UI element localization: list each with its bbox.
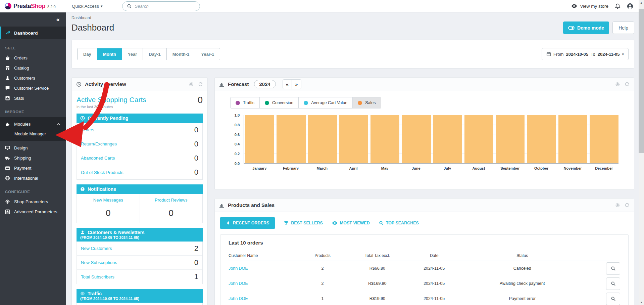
- chevron-up-icon[interactable]: [57, 122, 66, 126]
- product-reviews-value: 0: [140, 208, 203, 218]
- scrollbar[interactable]: ▲ ▼: [639, 0, 644, 305]
- sidebar-item-orders[interactable]: Orders: [0, 53, 66, 63]
- quick-access-dropdown[interactable]: Quick Access ▾: [72, 4, 103, 9]
- sidebar-item-catalog[interactable]: Catalog: [0, 63, 66, 73]
- range-day-button[interactable]: Day: [78, 48, 97, 60]
- sidebar-item-advanced-parameters[interactable]: Advanced Parameters: [0, 207, 66, 217]
- ink-drop-icon: [226, 221, 231, 225]
- legend-average-cart-value-button[interactable]: Average Cart Value: [299, 97, 353, 108]
- sidebar-item-payment[interactable]: Payment: [0, 163, 66, 173]
- sidebar-item-dashboard[interactable]: Dashboard: [0, 27, 66, 39]
- legend-traffic-button[interactable]: Traffic: [231, 97, 260, 108]
- new-subscriptions-link[interactable]: New Subscriptions: [81, 260, 117, 265]
- last-orders-box: Last 10 orders Customer Name Products To…: [220, 234, 629, 305]
- order-customer-link[interactable]: John DOE: [229, 281, 295, 286]
- truck-icon: [5, 156, 10, 161]
- search-bar[interactable]: [122, 1, 200, 11]
- refresh-icon[interactable]: [198, 82, 203, 87]
- sidebar-collapse-button[interactable]: «: [0, 12, 66, 27]
- forecast-bar: [245, 115, 274, 163]
- scrollbar-thumb[interactable]: [639, 9, 644, 153]
- sidebar-item-customer-service[interactable]: Customer Service: [0, 83, 66, 93]
- forecast-year-badge: 2024: [254, 80, 276, 88]
- tab-most-viewed[interactable]: MOST VIEWED: [332, 221, 370, 225]
- out-of-stock-value: 0: [194, 168, 198, 177]
- x-axis-label: July: [433, 166, 462, 170]
- orders-table: Customer Name Products Total Tax excl. D…: [229, 250, 620, 305]
- date-range-picker[interactable]: From 2024-10-05 To 2024-11-05 ▾: [542, 48, 629, 60]
- forecast-bar: [370, 115, 399, 163]
- sidebar-item-modules[interactable]: Modules: [0, 119, 66, 129]
- list-item: Total Subscribers 1: [77, 270, 202, 284]
- x-axis-label: June: [402, 166, 431, 170]
- sidebar-item-customers[interactable]: Customers: [0, 73, 66, 83]
- return-exchanges-link[interactable]: Return/Exchanges: [81, 141, 117, 146]
- out-of-stock-link[interactable]: Out of Stock Products: [81, 170, 123, 175]
- help-button[interactable]: Help: [612, 21, 634, 34]
- order-customer-link[interactable]: John DOE: [229, 296, 295, 301]
- sidebar-item-module-manager[interactable]: Module Manager: [0, 129, 66, 139]
- range-month-button[interactable]: Month: [97, 48, 122, 60]
- legend-conversion-button[interactable]: Conversion: [260, 97, 299, 108]
- scroll-up-arrow[interactable]: ▲: [639, 0, 644, 5]
- notifications-bell-icon[interactable]: [615, 3, 621, 9]
- prestashop-logo[interactable]: PrestaShop 8.2.0: [0, 3, 66, 10]
- view-my-store-label: View my store: [580, 4, 608, 9]
- order-products: 1: [295, 296, 350, 301]
- forecast-prev-button[interactable]: «: [283, 80, 292, 89]
- traffic-title: Traffic: [88, 291, 102, 296]
- range-year-button[interactable]: Year: [122, 48, 143, 60]
- view-order-button[interactable]: [606, 293, 620, 305]
- new-messages-link[interactable]: New Messages: [77, 198, 140, 203]
- range-year-1-button[interactable]: Year-1: [195, 48, 220, 60]
- currently-pending-banner: Currently Pending: [77, 114, 203, 123]
- tab-recent-orders[interactable]: RECENT ORDERS: [220, 217, 275, 229]
- refresh-icon[interactable]: [625, 82, 630, 87]
- pending-orders-link[interactable]: Orders: [81, 127, 94, 132]
- settings-gear-icon[interactable]: [189, 82, 194, 87]
- notifications-box: New Messages 0 Product Reviews 0: [77, 194, 203, 223]
- settings-gear-icon[interactable]: [615, 203, 620, 208]
- view-my-store-link[interactable]: View my store: [571, 4, 608, 9]
- settings-gear-icon[interactable]: [615, 82, 620, 87]
- range-month-1-button[interactable]: Month-1: [167, 48, 196, 60]
- forecast-nav: « »: [283, 79, 301, 89]
- tab-label: RECENT ORDERS: [233, 221, 269, 225]
- sidebar-item-shipping[interactable]: Shipping: [0, 153, 66, 163]
- new-subscriptions-value: 0: [194, 258, 198, 267]
- order-status: Awaiting check payment: [463, 281, 581, 286]
- sidebar-item-shop-parameters[interactable]: Shop Parameters: [0, 197, 66, 207]
- x-axis-label: October: [527, 166, 556, 170]
- globe-icon: [5, 176, 10, 181]
- sidebar-item-design[interactable]: Design: [0, 143, 66, 153]
- x-axis-label: August: [464, 166, 493, 170]
- search-input[interactable]: [135, 4, 195, 9]
- refresh-icon[interactable]: [625, 203, 630, 208]
- range-day-1-button[interactable]: Day-1: [143, 48, 166, 60]
- tab-best-sellers[interactable]: BEST SELLERS: [284, 221, 323, 225]
- sidebar-item-stats[interactable]: Stats: [0, 93, 66, 103]
- order-total: R$169.90: [350, 281, 405, 286]
- scroll-down-arrow[interactable]: ▼: [639, 300, 644, 305]
- abandoned-carts-link[interactable]: Abandoned Carts: [81, 156, 115, 161]
- new-customers-link[interactable]: New Customers: [81, 246, 112, 251]
- demo-mode-button[interactable]: Demo mode: [563, 21, 609, 34]
- pending-list: Orders 0 Return/Exchanges 0 Abandoned Ca…: [77, 123, 203, 180]
- view-order-button[interactable]: [606, 277, 620, 290]
- list-item: Return/Exchanges 0: [77, 137, 202, 151]
- order-customer-link[interactable]: John DOE: [229, 266, 295, 271]
- total-subscribers-link[interactable]: Total Subscribers: [81, 274, 114, 279]
- active-shopping-carts-link[interactable]: Active Shopping Carts: [77, 96, 146, 104]
- currently-pending-title: Currently Pending: [88, 116, 128, 121]
- legend-sales-button[interactable]: Sales: [353, 97, 381, 108]
- tab-top-searches[interactable]: TOP SEARCHES: [379, 221, 419, 225]
- forecast-bar: [496, 115, 525, 163]
- view-order-button[interactable]: [606, 262, 620, 275]
- account-avatar-icon[interactable]: [627, 3, 633, 9]
- product-reviews-link[interactable]: Product Reviews: [140, 198, 203, 203]
- sidebar-item-label: Design: [14, 145, 28, 150]
- sidebar-item-international[interactable]: International: [0, 173, 66, 183]
- forecast-next-button[interactable]: »: [292, 80, 301, 89]
- list-item: New Customers 2: [77, 242, 202, 256]
- forecast-bar: [277, 115, 305, 163]
